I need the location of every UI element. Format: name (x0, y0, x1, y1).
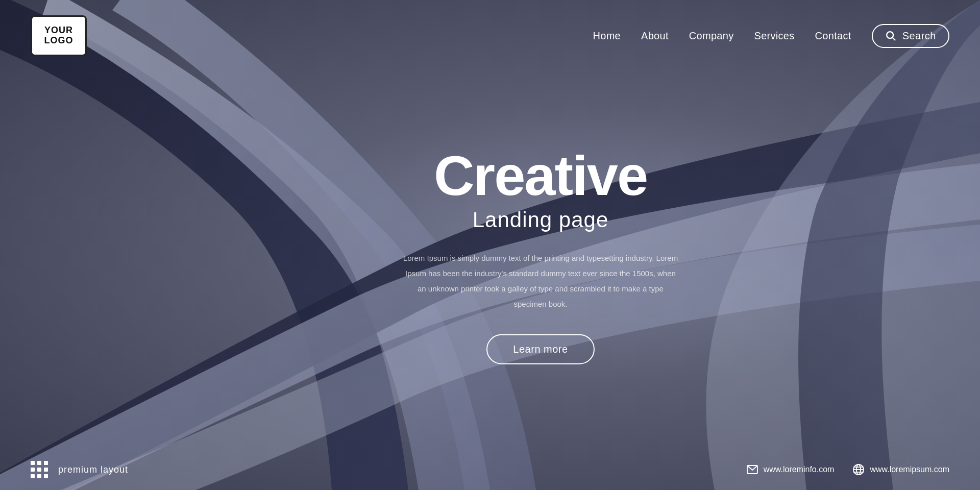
search-label: Search (902, 30, 936, 42)
search-icon (885, 30, 896, 41)
nav-item-company[interactable]: Company (689, 30, 734, 42)
footer-tagline: premium layout (58, 464, 128, 475)
hero-title: Creative (400, 148, 681, 204)
svg-line-1 (892, 37, 895, 40)
nav-item-about[interactable]: About (641, 30, 669, 42)
globe-icon (852, 463, 865, 476)
header: YOUR LOGO Home About Company Services Co… (0, 0, 980, 71)
footer-email: www.loreminfo.com (764, 465, 835, 474)
main-nav: Home About Company Services Contact Sear… (593, 24, 949, 48)
nav-item-contact[interactable]: Contact (815, 30, 851, 42)
nav-item-home[interactable]: Home (593, 30, 621, 42)
footer-right: www.loreminfo.com www.loremipsum.com (746, 463, 949, 476)
learn-more-button[interactable]: Learn more (486, 334, 594, 364)
logo[interactable]: YOUR LOGO (31, 15, 87, 56)
footer-email-link[interactable]: www.loreminfo.com (746, 463, 835, 476)
grid-icon (31, 461, 48, 478)
email-icon (746, 463, 758, 476)
footer-website-link[interactable]: www.loremipsum.com (852, 463, 949, 476)
hero-section: Creative Landing page Lorem Ipsum is sim… (400, 148, 681, 364)
hero-description: Lorem Ipsum is simply dummy text of the … (400, 251, 681, 312)
nav-item-services[interactable]: Services (754, 30, 795, 42)
svg-point-0 (887, 32, 893, 38)
logo-text: YOUR LOGO (44, 26, 74, 46)
footer-website: www.loremipsum.com (870, 465, 949, 474)
footer-left: premium layout (31, 461, 128, 478)
footer: premium layout www.loreminfo.com www.lor… (0, 449, 980, 490)
hero-subtitle: Landing page (400, 208, 681, 232)
search-bar[interactable]: Search (872, 24, 949, 48)
